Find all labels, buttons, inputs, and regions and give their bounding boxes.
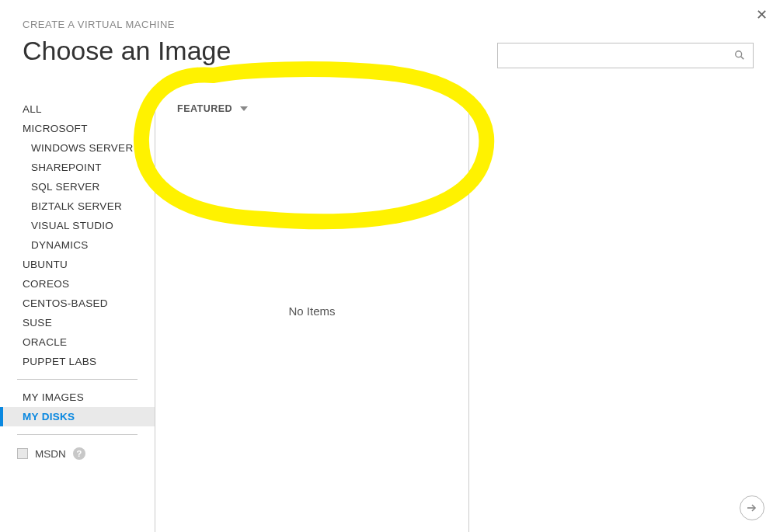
sidebar-item-visual-studio[interactable]: VISUAL STUDIO — [0, 216, 155, 235]
sidebar-item-dynamics[interactable]: DYNAMICS — [0, 235, 155, 255]
close-button[interactable]: ✕ — [756, 8, 768, 22]
msdn-checkbox[interactable] — [17, 448, 28, 459]
sidebar-divider — [17, 434, 138, 435]
sidebar-item-windows-server[interactable]: WINDOWS SERVER — [0, 138, 155, 158]
image-list-panel: FEATURED No Items — [155, 96, 469, 532]
next-button[interactable] — [740, 495, 764, 520]
sidebar: ALLMICROSOFTWINDOWS SERVERSHAREPOINTSQL … — [0, 96, 155, 532]
arrow-right-icon — [746, 502, 758, 514]
sidebar-item-biztalk-server[interactable]: BIZTALK SERVER — [0, 196, 155, 216]
sidebar-item-oracle[interactable]: ORACLE — [0, 332, 155, 352]
sidebar-item-ubuntu[interactable]: UBUNTU — [0, 255, 155, 274]
search-box[interactable] — [497, 43, 754, 68]
sidebar-divider — [17, 379, 138, 380]
sidebar-item-suse[interactable]: SUSE — [0, 313, 155, 332]
help-icon[interactable]: ? — [73, 447, 85, 460]
page-title: Choose an Image — [23, 36, 231, 66]
sidebar-item-my-images[interactable]: MY IMAGES — [0, 388, 155, 407]
empty-state-text: No Items — [155, 304, 468, 318]
sidebar-item-my-disks[interactable]: MY DISKS — [0, 407, 155, 426]
sidebar-item-all[interactable]: ALL — [0, 99, 155, 119]
search-icon[interactable] — [734, 50, 747, 62]
sidebar-item-sharepoint[interactable]: SHAREPOINT — [0, 158, 155, 177]
msdn-row[interactable]: MSDN ? — [0, 443, 155, 464]
breadcrumb: CREATE A VIRTUAL MACHINE — [23, 19, 175, 30]
main-content: ALLMICROSOFTWINDOWS SERVERSHAREPOINTSQL … — [0, 96, 780, 532]
msdn-label: MSDN — [35, 448, 66, 460]
sidebar-item-microsoft[interactable]: MICROSOFT — [0, 119, 155, 138]
sort-dropdown[interactable]: FEATURED — [155, 96, 468, 122]
sidebar-item-centos-based[interactable]: CENTOS-BASED — [0, 294, 155, 313]
sidebar-item-coreos[interactable]: COREOS — [0, 274, 155, 294]
sidebar-item-sql-server[interactable]: SQL SERVER — [0, 177, 155, 196]
sort-label: FEATURED — [177, 103, 232, 114]
search-input[interactable] — [504, 50, 734, 62]
sidebar-item-puppet-labs[interactable]: PUPPET LABS — [0, 352, 155, 371]
svg-line-1 — [741, 56, 744, 59]
svg-point-0 — [736, 50, 742, 57]
chevron-down-icon — [240, 106, 248, 111]
